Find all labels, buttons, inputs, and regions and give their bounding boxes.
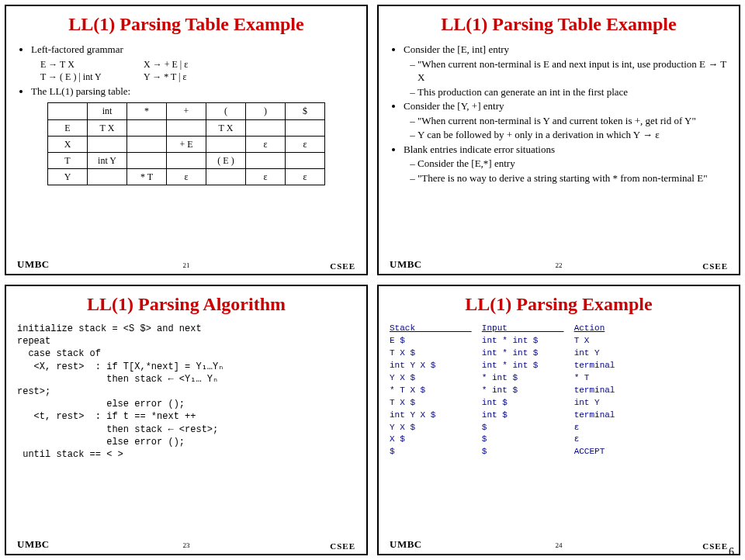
slide-number: 23: [183, 541, 190, 549]
slide-number: 24: [556, 541, 563, 549]
slide-21: LL(1) Parsing Table Example Left-factore…: [5, 5, 368, 275]
slide-number: 22: [556, 261, 563, 269]
footer-right: CSEE: [702, 541, 728, 551]
slide-23: LL(1) Parsing Algorithm initialize stack…: [5, 285, 368, 555]
trace-table: Stack Input Action E $ int * int $ T X T…: [390, 323, 728, 458]
algorithm-code: initialize stack = <S $> and next repeat…: [17, 323, 355, 461]
slide-24: LL(1) Parsing Example Stack Input Action…: [377, 285, 740, 555]
slide-title: LL(1) Parsing Algorithm: [17, 294, 355, 315]
footer-left: UMBC: [390, 538, 422, 551]
footer-left: UMBC: [390, 258, 422, 271]
footer-left: UMBC: [17, 258, 50, 271]
slide-title: LL(1) Parsing Table Example: [17, 14, 355, 35]
slide-title: LL(1) Parsing Example: [390, 294, 728, 315]
slide-number: 21: [183, 261, 190, 269]
footer-right: CSEE: [330, 541, 355, 551]
slide-22: LL(1) Parsing Table Example Consider the…: [377, 5, 740, 275]
parsing-table: int*+()$ET XT XX+ EεεTint Y( E )Y* Tεεε: [47, 102, 325, 185]
footer-left: UMBC: [17, 538, 50, 551]
footer-right: CSEE: [330, 261, 355, 271]
footer-right: CSEE: [702, 261, 728, 271]
slide-title: LL(1) Parsing Table Example: [390, 14, 728, 35]
page-number: 6: [729, 546, 734, 558]
content: Consider the [E, int] entry"When current…: [390, 43, 728, 185]
content: Left-factored grammar E → T X X → + E | …: [17, 43, 355, 185]
